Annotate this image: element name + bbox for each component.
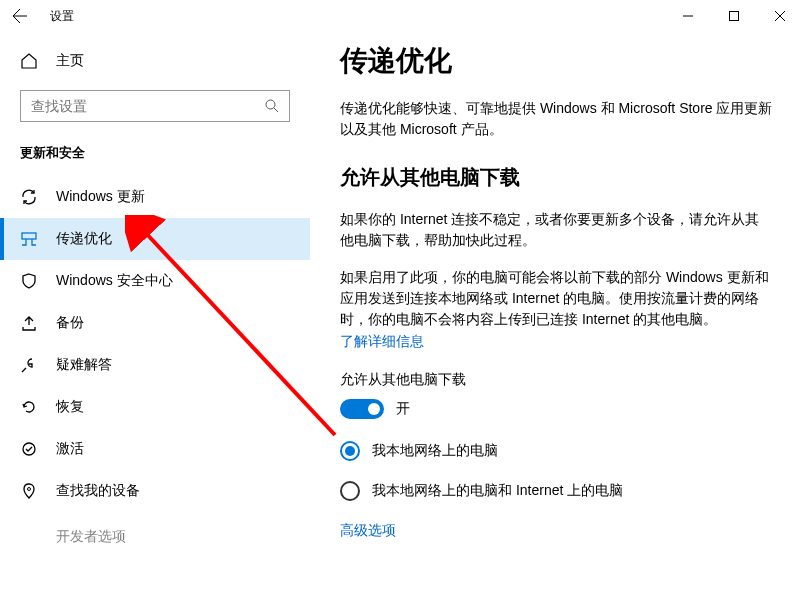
window-title: 设置 [50, 8, 74, 25]
search-button[interactable] [255, 91, 289, 121]
sidebar-item-label: 备份 [56, 314, 84, 332]
shield-icon [20, 272, 38, 290]
allow-downloads-toggle[interactable] [340, 399, 384, 419]
svg-point-6 [28, 488, 31, 491]
radio-label: 我本地网络上的电脑 [372, 442, 498, 460]
sidebar-item-label: 疑难解答 [56, 356, 112, 374]
sync-icon [20, 188, 38, 206]
sidebar-item-troubleshoot[interactable]: 疑难解答 [0, 344, 310, 386]
paragraph-1: 如果你的 Internet 连接不稳定，或者你要更新多个设备，请允许从其他电脑下… [340, 209, 773, 251]
toggle-row: 开 [340, 399, 773, 419]
delivery-icon [20, 230, 38, 248]
radio-option-internet[interactable]: 我本地网络上的电脑和 Internet 上的电脑 [340, 481, 773, 501]
page-title: 传递优化 [340, 42, 773, 80]
home-label: 主页 [56, 52, 84, 70]
backup-icon [20, 314, 38, 332]
sidebar-item-windows-security[interactable]: Windows 安全中心 [0, 260, 310, 302]
sidebar-section-header: 更新和安全 [0, 136, 310, 176]
intro-text: 传递优化能够快速、可靠地提供 Windows 和 Microsoft Store… [340, 98, 773, 140]
sidebar: 主页 更新和安全 Windows 更新 传递优化 Windows 安全中心 [0, 32, 310, 609]
sidebar-item-developer[interactable]: 开发者选项 [0, 516, 310, 558]
home-link[interactable]: 主页 [0, 42, 310, 80]
sidebar-item-label: Windows 更新 [56, 188, 145, 206]
sidebar-item-label: 查找我的设备 [56, 482, 140, 500]
paragraph-2: 如果启用了此项，你的电脑可能会将以前下载的部分 Windows 更新和应用发送到… [340, 267, 773, 330]
search-container [0, 80, 310, 136]
search-icon [264, 98, 280, 114]
sidebar-item-activation[interactable]: 激活 [0, 428, 310, 470]
close-button[interactable] [757, 0, 803, 32]
titlebar: 设置 [0, 0, 803, 32]
close-icon [775, 11, 785, 21]
main-panel: 传递优化 传递优化能够快速、可靠地提供 Windows 和 Microsoft … [310, 32, 803, 609]
sidebar-item-label: 传递优化 [56, 230, 112, 248]
sidebar-item-windows-update[interactable]: Windows 更新 [0, 176, 310, 218]
radio-label: 我本地网络上的电脑和 Internet 上的电脑 [372, 482, 623, 500]
home-icon [20, 52, 38, 70]
toggle-knob [368, 403, 380, 415]
toggle-state-label: 开 [396, 400, 410, 418]
content-area: 主页 更新和安全 Windows 更新 传递优化 Windows 安全中心 [0, 32, 803, 609]
minimize-button[interactable] [665, 0, 711, 32]
titlebar-left: 设置 [8, 4, 74, 28]
search-input[interactable] [21, 98, 255, 114]
sidebar-item-recovery[interactable]: 恢复 [0, 386, 310, 428]
troubleshoot-icon [20, 356, 38, 374]
sidebar-item-label: 恢复 [56, 398, 84, 416]
maximize-icon [729, 11, 739, 21]
sidebar-item-label: 激活 [56, 440, 84, 458]
svg-rect-1 [730, 12, 739, 21]
developer-icon [20, 528, 38, 546]
learn-more-link[interactable]: 了解详细信息 [340, 333, 424, 349]
radio-option-local[interactable]: 我本地网络上的电脑 [340, 441, 773, 461]
advanced-options-link[interactable]: 高级选项 [340, 522, 396, 538]
radio-button [340, 481, 360, 501]
minimize-icon [683, 11, 693, 21]
activation-icon [20, 440, 38, 458]
sidebar-item-backup[interactable]: 备份 [0, 302, 310, 344]
svg-point-5 [23, 443, 35, 455]
find-icon [20, 482, 38, 500]
sidebar-item-label: 开发者选项 [56, 528, 126, 546]
toggle-section-label: 允许从其他电脑下载 [340, 371, 773, 389]
radio-button [340, 441, 360, 461]
svg-rect-4 [22, 233, 36, 239]
svg-point-2 [266, 100, 275, 109]
section-heading: 允许从其他电脑下载 [340, 164, 773, 191]
svg-line-3 [274, 108, 278, 112]
search-box[interactable] [20, 90, 290, 122]
sidebar-item-delivery-optimization[interactable]: 传递优化 [0, 218, 310, 260]
recovery-icon [20, 398, 38, 416]
back-arrow-icon [12, 8, 28, 24]
sidebar-item-label: Windows 安全中心 [56, 272, 173, 290]
maximize-button[interactable] [711, 0, 757, 32]
window-controls [665, 0, 803, 32]
back-button[interactable] [8, 4, 32, 28]
radio-dot [345, 446, 355, 456]
sidebar-item-find-device[interactable]: 查找我的设备 [0, 470, 310, 512]
